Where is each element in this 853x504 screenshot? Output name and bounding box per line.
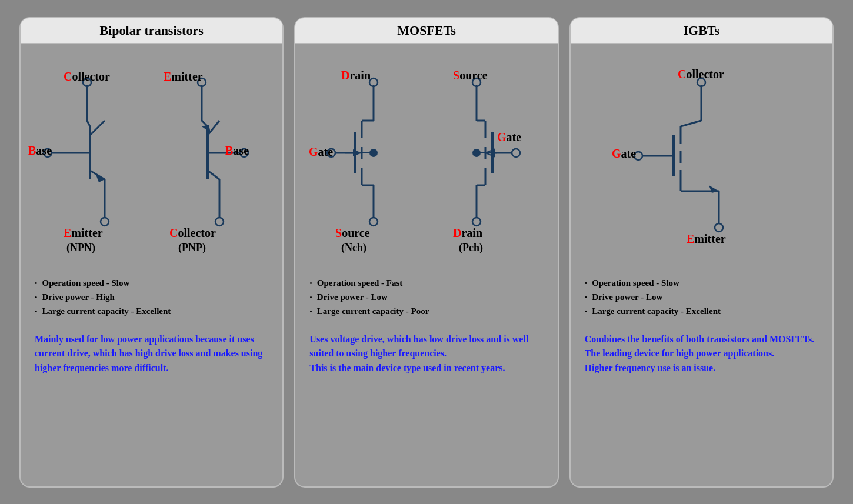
svg-point-31 — [369, 78, 378, 86]
svg-line-25 — [208, 171, 219, 179]
svg-text:Emitter: Emitter — [64, 226, 103, 239]
svg-line-80 — [681, 121, 701, 126]
igbt-description-text: Combines the benefits of both transistor… — [585, 332, 818, 376]
svg-text:Drain: Drain — [341, 69, 371, 82]
spec-item: · Operation speed - Slow — [585, 278, 818, 289]
svg-line-8 — [90, 121, 105, 135]
svg-text:Emitter: Emitter — [687, 232, 726, 245]
bipolar-specs: · Operation speed - Slow · Drive power -… — [21, 273, 282, 325]
svg-text:Base: Base — [28, 144, 52, 157]
mosfet-diagram: Drain Gate Source (Nch) — [295, 44, 557, 273]
spec-item: · Drive power - Low — [309, 292, 543, 303]
bipolar-diagram: Collector Base Emitter (NPN) — [21, 44, 282, 273]
svg-text:Gate: Gate — [497, 131, 521, 143]
spec-item: · Operation speed - Slow — [35, 278, 268, 289]
spec-item: · Large current capacity - Excellent — [35, 306, 268, 317]
igbt-card: IGBTs — [569, 17, 834, 488]
svg-text:Source: Source — [453, 69, 488, 82]
svg-text:Collector: Collector — [64, 70, 110, 83]
svg-text:Collector: Collector — [169, 226, 216, 239]
spec-item: · Drive power - High — [35, 292, 268, 303]
svg-text:(NPN): (NPN) — [66, 242, 95, 254]
svg-point-3 — [101, 218, 109, 226]
mosfet-description: Uses voltage drive, which has low drive … — [295, 325, 557, 476]
spec-item: · Operation speed - Fast — [309, 278, 543, 289]
bipolar-title: Bipolar transistors — [21, 18, 282, 44]
svg-text:(PNP): (PNP) — [178, 242, 206, 254]
svg-text:Gate: Gate — [309, 145, 333, 158]
svg-point-18 — [215, 218, 224, 226]
spec-item: · Large current capacity - Excellent — [585, 306, 818, 317]
svg-point-73 — [715, 223, 723, 232]
svg-point-53 — [472, 218, 481, 226]
mosfet-specs: · Operation speed - Fast · Drive power -… — [295, 273, 557, 325]
svg-line-7 — [87, 121, 90, 126]
bipolar-description: Mainly used for low power applications b… — [21, 325, 282, 476]
mosfet-card: MOSFETs — [294, 17, 558, 488]
igbt-diagram: Collector Gate Emitter — [571, 44, 832, 273]
svg-text:(Pch): (Pch) — [459, 242, 483, 254]
svg-text:Source: Source — [335, 226, 370, 239]
svg-point-33 — [369, 218, 378, 226]
bipolar-card: Bipolar transistors — [19, 17, 284, 488]
svg-text:Base: Base — [225, 144, 249, 157]
svg-text:Gate: Gate — [612, 147, 636, 160]
svg-text:(Nch): (Nch) — [341, 242, 366, 254]
svg-text:Collector: Collector — [678, 68, 724, 81]
igbt-specs: · Operation speed - Slow · Drive power -… — [571, 273, 832, 325]
svg-text:Emitter: Emitter — [164, 70, 203, 83]
bipolar-description-text: Mainly used for low power applications b… — [35, 332, 268, 376]
svg-text:Drain: Drain — [453, 226, 482, 239]
svg-point-55 — [512, 149, 520, 157]
igbt-description: Combines the benefits of both transistor… — [571, 325, 832, 476]
spec-item: · Large current capacity - Poor — [309, 306, 543, 317]
mosfet-description-text: Uses voltage drive, which has low drive … — [309, 332, 543, 376]
main-container: Bipolar transistors — [9, 6, 844, 498]
svg-marker-24 — [202, 125, 211, 133]
igbt-title: IGBTs — [571, 18, 832, 44]
spec-item: · Drive power - Low — [585, 292, 818, 303]
svg-marker-43 — [353, 149, 362, 156]
mosfet-title: MOSFETs — [295, 18, 557, 44]
